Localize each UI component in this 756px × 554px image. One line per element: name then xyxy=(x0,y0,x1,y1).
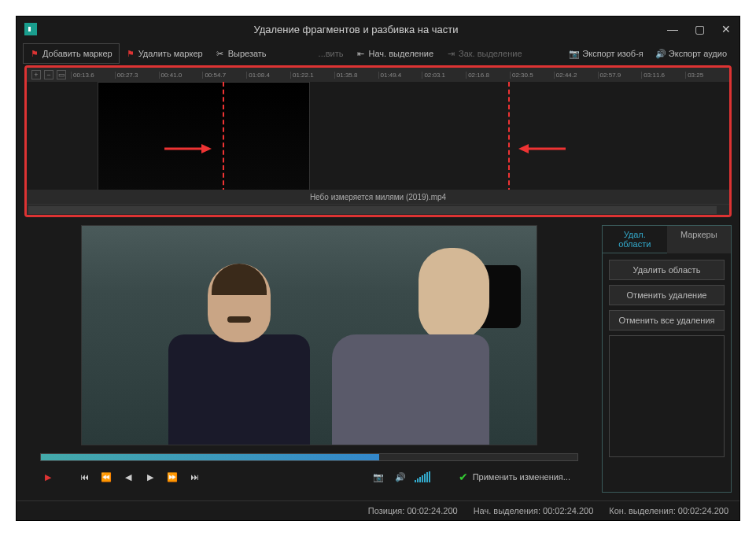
undo-delete-button[interactable]: Отменить удаление xyxy=(609,285,725,305)
delete-marker-label: Удалить маркер xyxy=(138,49,203,58)
delete-area-button[interactable]: Удалить область xyxy=(609,260,725,280)
step-back-button[interactable]: ◀ xyxy=(120,471,136,483)
audio-icon: 🔊 xyxy=(656,49,666,58)
maximize-button[interactable]: ▢ xyxy=(694,24,705,35)
annotation-arrow-right xyxy=(160,141,216,157)
skip-start-button[interactable]: ⏮ xyxy=(76,471,92,483)
minimize-button[interactable]: — xyxy=(667,24,678,35)
zoom-out-button[interactable]: − xyxy=(44,70,53,79)
play-button[interactable]: ▶ xyxy=(40,471,56,483)
apply-changes-button[interactable]: ✔ Применить изменения... xyxy=(451,467,578,486)
snapshot-button[interactable]: 📷 xyxy=(371,471,386,483)
ruler-tick: 02:16.8 xyxy=(466,72,510,79)
sel-end-button[interactable]: ⇥ Зак. выделение xyxy=(440,43,528,64)
volume-button[interactable]: 🔊 xyxy=(393,471,408,483)
flag-icon: ⚑ xyxy=(126,49,135,58)
ruler-tick: 01:49.4 xyxy=(378,72,422,79)
playhead-marker[interactable] xyxy=(508,82,510,193)
ruler-tick: 01:35.8 xyxy=(334,72,378,79)
sel-start-icon: ⇤ xyxy=(356,49,366,58)
zoom-fit-button[interactable]: ▭ xyxy=(57,70,66,79)
app-icon xyxy=(24,23,37,35)
sel-start-value: 00:02:24.200 xyxy=(543,506,593,515)
fast-fwd-button[interactable]: ⏩ xyxy=(164,471,180,483)
sel-start-label: Нач. выделения: xyxy=(474,506,540,515)
position-value: 00:02:24.200 xyxy=(407,506,457,515)
lower-area: ▶ ⏮ ⏪ ◀ ▶ ⏩ ⏭ 📷 🔊 ✔ Применить изменения.… xyxy=(17,217,739,500)
add-marker-label: Добавить маркер xyxy=(42,49,112,58)
tab-delete-areas[interactable]: Удал. области xyxy=(603,226,667,253)
app-window: Удаление фрагментов и разбивка на части … xyxy=(16,16,740,521)
playhead-marker[interactable] xyxy=(223,82,224,193)
restore-label: ...вить xyxy=(319,49,344,58)
tab-markers[interactable]: Маркеры xyxy=(667,226,732,253)
svg-rect-1 xyxy=(28,27,31,31)
ruler-tick: 01:08.4 xyxy=(246,72,290,79)
video-preview xyxy=(81,225,537,445)
titlebar: Удаление фрагментов и разбивка на части … xyxy=(17,17,739,42)
sel-start-label: Нач. выделение xyxy=(369,49,433,58)
ruler-tick: 00:27.3 xyxy=(115,72,159,79)
deleted-areas-list[interactable] xyxy=(609,335,725,457)
ruler-tick: 02:03.1 xyxy=(422,72,466,79)
ruler-tick: 03:11.6 xyxy=(641,72,685,79)
add-marker-button[interactable]: ⚑ Добавить маркер xyxy=(23,43,120,64)
clip-filename: Небо измеряется милями (2019).mp4 xyxy=(27,190,729,204)
restore-button[interactable]: ...вить xyxy=(312,43,350,64)
sel-end-label: Кон. выделения: xyxy=(609,506,675,515)
status-bar: Позиция: 00:02:24.200 Нач. выделения: 00… xyxy=(17,500,739,520)
zoom-in-button[interactable]: + xyxy=(31,70,41,79)
progress-bar[interactable] xyxy=(40,453,578,461)
rewind-button[interactable]: ⏪ xyxy=(98,471,114,483)
timeline-track[interactable]: Небо измеряется милями (2019).mp4 xyxy=(27,82,729,204)
playback-controls: ▶ ⏮ ⏪ ◀ ▶ ⏩ ⏭ 📷 🔊 ✔ Применить изменения.… xyxy=(24,461,594,493)
timeline-scrollbar[interactable] xyxy=(27,204,729,215)
cut-button[interactable]: ✂ Вырезать xyxy=(209,43,273,64)
window-controls: — ▢ ✕ xyxy=(667,24,732,35)
svg-marker-7 xyxy=(518,144,529,153)
export-image-label: Экспорт изоб-я xyxy=(582,49,644,58)
side-tabs: Удал. области Маркеры xyxy=(603,226,731,253)
close-button[interactable]: ✕ xyxy=(721,24,732,35)
scissors-icon: ✂ xyxy=(216,49,225,58)
export-audio-button[interactable]: 🔊 Экспорт аудио xyxy=(650,43,733,64)
sel-start-button[interactable]: ⇤ Нач. выделение xyxy=(350,43,440,64)
timeline-zoom: + − ▭ xyxy=(27,70,71,79)
sel-end-label: Зак. выделение xyxy=(459,49,522,58)
ruler-tick: 00:13.6 xyxy=(71,72,115,79)
window-title: Удаление фрагментов и разбивка на части xyxy=(45,24,667,35)
ruler-tick: 02:30.5 xyxy=(510,72,554,79)
flag-icon: ⚑ xyxy=(30,49,39,58)
side-panel: Удал. области Маркеры Удалить область От… xyxy=(602,225,732,493)
ruler-tick: 01:22.1 xyxy=(290,72,334,79)
ruler-tick: 03:25 xyxy=(685,72,729,79)
position-label: Позиция: xyxy=(368,506,405,515)
annotation-arrow-left xyxy=(514,141,570,157)
svg-marker-5 xyxy=(201,144,212,153)
ruler-tick: 02:57.9 xyxy=(598,72,642,79)
ruler-tick: 00:41.0 xyxy=(159,72,203,79)
apply-label: Применить изменения... xyxy=(473,472,570,482)
delete-marker-button[interactable]: ⚑ Удалить маркер xyxy=(120,43,209,64)
undo-all-button[interactable]: Отменить все удаления xyxy=(609,310,725,331)
camera-icon: 📷 xyxy=(570,49,579,58)
export-audio-label: Экспорт аудио xyxy=(669,49,727,58)
volume-level[interactable] xyxy=(415,471,430,482)
step-fwd-button[interactable]: ▶ xyxy=(142,471,158,483)
skip-end-button[interactable]: ⏭ xyxy=(186,471,202,483)
timeline-ruler[interactable]: + − ▭ 00:13.600:27.300:41.000:54.701:08.… xyxy=(27,68,729,82)
ruler-tick: 02:44.2 xyxy=(554,72,598,79)
ruler-tick: 00:54.7 xyxy=(202,72,246,79)
toolbar: ⚑ Добавить маркер ⚑ Удалить маркер ✂ Выр… xyxy=(17,42,739,65)
export-image-button[interactable]: 📷 Экспорт изоб-я xyxy=(563,43,650,64)
timeline[interactable]: + − ▭ 00:13.600:27.300:41.000:54.701:08.… xyxy=(24,65,732,217)
check-icon: ✔ xyxy=(459,471,468,483)
sel-end-value: 00:02:24.200 xyxy=(678,506,728,515)
video-clip[interactable] xyxy=(98,82,310,196)
cut-label: Вырезать xyxy=(228,49,267,58)
sel-end-icon: ⇥ xyxy=(446,49,455,58)
